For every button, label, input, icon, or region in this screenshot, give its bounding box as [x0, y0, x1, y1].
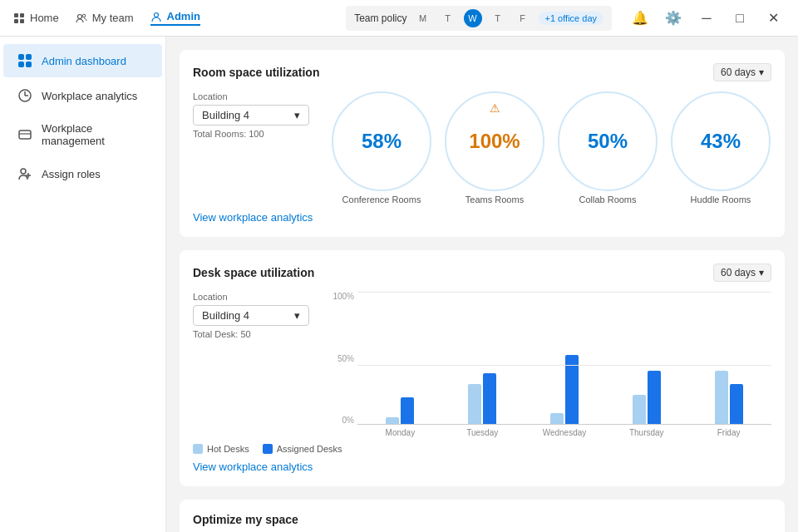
nav-home-label: Home — [30, 12, 59, 24]
workplace-analytics-icon — [17, 87, 33, 104]
sidebar-item-admin-dashboard[interactable]: Admin dashboard — [3, 44, 162, 77]
home-icon — [13, 12, 25, 24]
bar-group-friday — [689, 371, 768, 424]
main-layout: Admin dashboard Workplace analytics Work… — [0, 37, 798, 532]
nav-myteam-label: My team — [92, 12, 134, 24]
sidebar-workplace-management-label: Workplace management — [42, 122, 149, 147]
office-badge: +1 office day — [539, 12, 603, 25]
desk-view-link[interactable]: View workplace analytics — [193, 461, 313, 473]
grid-line-50 — [357, 365, 771, 366]
svg-point-13 — [21, 169, 26, 174]
room-card-title: Room space utilization — [193, 66, 319, 79]
legend-hot-desks: Hot Desks — [193, 444, 249, 454]
svg-rect-0 — [14, 13, 18, 17]
close-icon[interactable]: ✕ — [761, 7, 785, 30]
nav-admin[interactable]: Admin — [150, 10, 200, 26]
desk-location-section: Location Building 4 ▾ Total Desk: 50 — [193, 292, 318, 339]
bar-group-thursday — [607, 371, 686, 424]
desk-card-header: Desk space utilization 60 days ▾ — [193, 264, 771, 282]
y-label-0: 0% — [331, 416, 354, 425]
topbar-icons: 🔔 ⚙️ ─ □ ✕ — [628, 7, 785, 30]
admin-dashboard-icon — [17, 52, 33, 69]
room-days-select[interactable]: 60 days ▾ — [713, 63, 771, 81]
settings-icon[interactable]: ⚙️ — [662, 7, 685, 30]
room-location-section: Location Building 4 ▾ Total Rooms: 100 — [193, 91, 318, 139]
desk-utilization-card: Desk space utilization 60 days ▾ Locatio… — [180, 250, 785, 486]
bar-group-tuesday — [443, 373, 522, 424]
bar-tuesday-assigned — [483, 373, 496, 424]
circle-conference-pct: 58% — [362, 130, 401, 153]
optimize-card: Optimize my space R40 R41 R42 — [180, 500, 785, 532]
svg-rect-7 — [18, 54, 24, 60]
y-label-100: 100% — [331, 292, 354, 301]
desk-days-select[interactable]: 60 days ▾ — [713, 264, 771, 282]
svg-point-6 — [154, 12, 158, 17]
svg-point-4 — [77, 14, 81, 18]
y-label-50: 50% — [331, 354, 354, 363]
room-utilization-card: Room space utilization 60 days ▾ Locatio… — [180, 50, 785, 237]
legend-hot-label: Hot Desks — [207, 444, 249, 454]
sidebar-item-workplace-analytics[interactable]: Workplace analytics — [3, 79, 162, 112]
circle-teams-pct: 100% — [469, 130, 520, 153]
svg-rect-3 — [20, 19, 24, 23]
x-labels: Monday Tuesday Wednesday Thursday Friday — [357, 425, 771, 437]
circle-huddle-pct: 43% — [701, 130, 741, 153]
sidebar-item-workplace-management[interactable]: Workplace management — [3, 114, 162, 155]
maximize-icon[interactable]: □ — [728, 7, 751, 30]
circle-collab-label: Collab Rooms — [579, 195, 636, 204]
chevron-down-icon: ▾ — [294, 109, 300, 121]
bar-thursday-assigned — [648, 371, 661, 424]
svg-rect-9 — [18, 62, 24, 67]
svg-rect-1 — [20, 13, 24, 17]
topbar-nav: Home My team Admin — [13, 10, 329, 26]
x-label-monday: Monday — [361, 428, 440, 437]
optimize-card-title: Optimize my space — [193, 513, 298, 526]
circle-teams-label: Teams Rooms — [466, 195, 524, 204]
day-W: W — [464, 9, 482, 27]
optimize-card-header: Optimize my space — [193, 513, 771, 526]
circle-collab: 50% Collab Rooms — [558, 91, 658, 204]
legend-assigned-box — [263, 444, 273, 454]
bar-monday-hot — [386, 417, 399, 424]
chart-legend: Hot Desks Assigned Desks — [193, 444, 771, 454]
day-M: M — [414, 9, 432, 27]
bar-friday-hot — [715, 371, 728, 424]
room-location-select[interactable]: Building 4 ▾ — [193, 105, 309, 126]
warning-icon: ⚠ — [490, 101, 500, 115]
nav-home[interactable]: Home — [13, 12, 59, 24]
sidebar-workplace-analytics-label: Workplace analytics — [42, 90, 137, 102]
svg-rect-2 — [14, 19, 18, 23]
svg-rect-12 — [19, 131, 31, 139]
team-policy-section: Team policy M T W T F +1 office day — [346, 6, 612, 31]
x-label-thursday: Thursday — [607, 428, 686, 437]
admin-icon — [150, 11, 162, 22]
policy-label: Team policy — [354, 12, 406, 24]
notifications-icon[interactable]: 🔔 — [628, 7, 652, 30]
circle-huddle-label: Huddle Rooms — [691, 195, 751, 204]
sidebar: Admin dashboard Workplace analytics Work… — [0, 37, 166, 532]
bar-friday-assigned — [730, 384, 743, 424]
x-label-wednesday: Wednesday — [525, 428, 604, 437]
nav-admin-label: Admin — [167, 10, 200, 22]
room-view-link[interactable]: View workplace analytics — [193, 211, 313, 224]
day-F: F — [514, 9, 532, 27]
bar-chart — [357, 292, 771, 425]
bar-tuesday-hot — [468, 384, 481, 424]
chevron-down-icon: ▾ — [294, 309, 300, 322]
day-T1: T — [439, 9, 457, 27]
sidebar-item-assign-roles[interactable]: Assign roles — [3, 157, 162, 190]
grid-line-100 — [357, 292, 771, 293]
svg-point-5 — [82, 14, 86, 17]
main-content: Room space utilization 60 days ▾ Locatio… — [166, 37, 798, 532]
nav-myteam[interactable]: My team — [76, 12, 134, 24]
desk-location-select[interactable]: Building 4 ▾ — [193, 305, 309, 326]
circle-teams: ⚠ 100% Teams Rooms — [445, 91, 544, 204]
myteam-icon — [76, 12, 87, 24]
circle-collab-pct: 50% — [588, 130, 628, 153]
minimize-icon[interactable]: ─ — [695, 7, 718, 30]
circle-conference: 58% Conference Rooms — [332, 91, 431, 204]
topbar: Home My team Admin Team policy M T W T F… — [0, 0, 798, 37]
legend-hot-box — [193, 444, 203, 454]
x-label-tuesday: Tuesday — [443, 428, 522, 437]
legend-assigned-label: Assigned Desks — [277, 444, 342, 454]
